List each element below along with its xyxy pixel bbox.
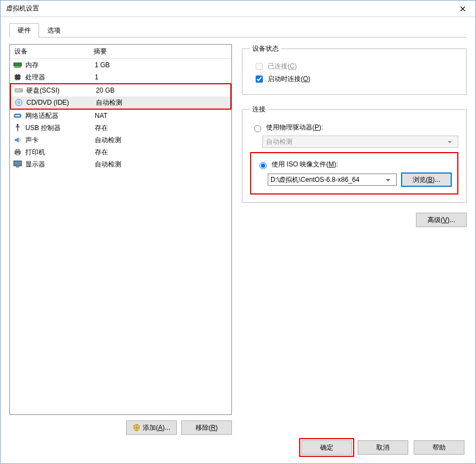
tab-hardware-label: 硬件: [18, 26, 31, 34]
hdd-icon: [13, 86, 24, 95]
tab-body: 设备 摘要 内存 1 GB 处理器 1: [9, 37, 467, 435]
ok-label: 确定: [320, 443, 333, 452]
row-usb[interactable]: USB 控制器 存在: [10, 122, 231, 134]
row-cddvd-name: CD/DVD (IDE): [24, 99, 93, 106]
footer-buttons: 确定 取消 帮助: [9, 435, 467, 457]
right-column: 设备状态 已连接(C) 启动时连接(O) 连接 使用物理驱动器(P):: [242, 44, 467, 435]
row-memory-name: 内存: [23, 61, 91, 70]
list-header: 设备 摘要: [10, 45, 231, 59]
physical-combo-wrap: 自动检测: [262, 136, 458, 148]
disc-icon: [13, 98, 24, 107]
svg-point-6: [18, 102, 20, 104]
remove-button[interactable]: 移除(R): [181, 420, 232, 435]
add-button[interactable]: 添加(A)...: [126, 420, 177, 435]
remove-label: 移除(R): [196, 423, 218, 433]
row-cpu-summary: 1: [91, 73, 229, 81]
network-icon: [12, 111, 23, 120]
row-hdd-name: 硬盘(SCSI): [24, 86, 93, 95]
add-label: 添加(A)...: [143, 423, 170, 433]
svg-rect-0: [14, 63, 21, 66]
tab-options[interactable]: 选项: [39, 23, 69, 37]
printer-icon: [12, 148, 23, 157]
row-memory-summary: 1 GB: [91, 61, 229, 69]
row-sound[interactable]: 声卡 自动检测: [10, 134, 231, 146]
header-summary[interactable]: 摘要: [89, 45, 231, 58]
row-net-summary: NAT: [91, 112, 229, 120]
sound-icon: [12, 136, 23, 144]
use-iso-row[interactable]: 使用 ISO 映像文件(M):: [257, 160, 452, 169]
connection-group: 连接 使用物理驱动器(P): 自动检测 使用 ISO 映像文件(M):: [242, 105, 467, 203]
usb-icon: [12, 123, 23, 132]
use-iso-label: 使用 ISO 映像文件(M):: [272, 160, 338, 169]
use-physical-radio[interactable]: [254, 125, 261, 132]
tab-strip: 硬件 选项: [9, 23, 467, 37]
row-hdd-summary: 20 GB: [93, 87, 228, 94]
close-icon: [460, 6, 466, 12]
connected-checkbox: [256, 63, 263, 70]
browse-label: 浏览(B)...: [413, 176, 440, 184]
ok-button[interactable]: 确定: [301, 440, 352, 455]
advanced-button[interactable]: 高级(V)...: [416, 213, 467, 227]
memory-icon: [12, 61, 23, 69]
row-printer[interactable]: 打印机 存在: [10, 146, 231, 158]
row-net[interactable]: 网络适配器 NAT: [10, 110, 231, 122]
iso-row: 浏览(B)...: [268, 172, 452, 187]
row-cddvd[interactable]: CD/DVD (IDE) 自动检测: [11, 96, 230, 109]
window-title: 虚拟机设置: [6, 4, 39, 13]
help-button[interactable]: 帮助: [414, 440, 464, 455]
shield-icon: [133, 424, 140, 431]
physical-drive-combo: 自动检测: [262, 136, 458, 148]
device-status-legend: 设备状态: [250, 44, 281, 53]
use-physical-label: 使用物理驱动器(P):: [266, 123, 323, 132]
row-memory[interactable]: 内存 1 GB: [10, 59, 231, 71]
device-list: 设备 摘要 内存 1 GB 处理器 1: [9, 44, 232, 415]
display-icon: [12, 160, 23, 169]
tab-options-label: 选项: [47, 26, 61, 34]
row-cpu-name: 处理器: [23, 73, 91, 82]
connection-legend: 连接: [250, 105, 268, 114]
row-display-summary: 自动检测: [91, 160, 229, 169]
svg-rect-9: [17, 124, 19, 125]
device-status-group: 设备状态 已连接(C) 启动时连接(O): [242, 44, 467, 95]
vm-settings-window: 虚拟机设置 硬件 选项 设备 摘要 内存: [0, 0, 476, 464]
svg-rect-13: [14, 161, 21, 166]
row-net-name: 网络适配器: [23, 111, 91, 121]
help-label: 帮助: [432, 443, 446, 452]
highlight-box-rows: 硬盘(SCSI) 20 GB CD/DVD (IDE) 自动检测: [10, 83, 231, 110]
row-usb-name: USB 控制器: [23, 123, 91, 133]
iso-path-input[interactable]: [268, 174, 397, 186]
row-hdd[interactable]: 硬盘(SCSI) 20 GB: [11, 84, 230, 96]
cancel-button[interactable]: 取消: [358, 440, 408, 455]
connected-row[interactable]: 已连接(C): [253, 61, 458, 72]
titlebar: 虚拟机设置: [1, 1, 475, 17]
svg-rect-8: [15, 115, 20, 116]
header-device[interactable]: 设备: [10, 45, 89, 58]
row-usb-summary: 存在: [91, 123, 229, 133]
advanced-label: 高级(V)...: [428, 215, 455, 225]
left-column: 设备 摘要 内存 1 GB 处理器 1: [9, 44, 232, 435]
row-cddvd-summary: 自动检测: [93, 98, 228, 107]
left-buttons: 添加(A)... 移除(R): [9, 420, 232, 435]
svg-point-4: [20, 90, 21, 91]
row-printer-name: 打印机: [23, 148, 91, 157]
use-physical-row[interactable]: 使用物理驱动器(P):: [251, 123, 458, 132]
connect-on-power-checkbox[interactable]: [256, 75, 263, 83]
row-display[interactable]: 显示器 自动检测: [10, 158, 231, 170]
cancel-label: 取消: [376, 443, 390, 452]
svg-rect-11: [16, 149, 19, 151]
connected-label: 已连接(C): [268, 62, 297, 71]
connect-on-power-label: 启动时连接(O): [268, 74, 310, 84]
use-iso-radio[interactable]: [259, 162, 267, 169]
row-printer-summary: 存在: [91, 148, 229, 157]
connect-on-power-row[interactable]: 启动时连接(O): [253, 74, 458, 84]
highlight-box-iso: 使用 ISO 映像文件(M): 浏览(B)...: [250, 152, 458, 195]
advanced-wrap: 高级(V)...: [242, 213, 467, 227]
svg-rect-14: [16, 166, 19, 168]
close-button[interactable]: [450, 1, 475, 17]
tab-hardware[interactable]: 硬件: [9, 23, 39, 37]
row-display-name: 显示器: [23, 160, 91, 169]
row-sound-name: 声卡: [23, 136, 91, 145]
row-cpu[interactable]: 处理器 1: [10, 71, 231, 83]
svg-rect-12: [16, 153, 19, 155]
browse-button[interactable]: 浏览(B)...: [401, 172, 452, 187]
